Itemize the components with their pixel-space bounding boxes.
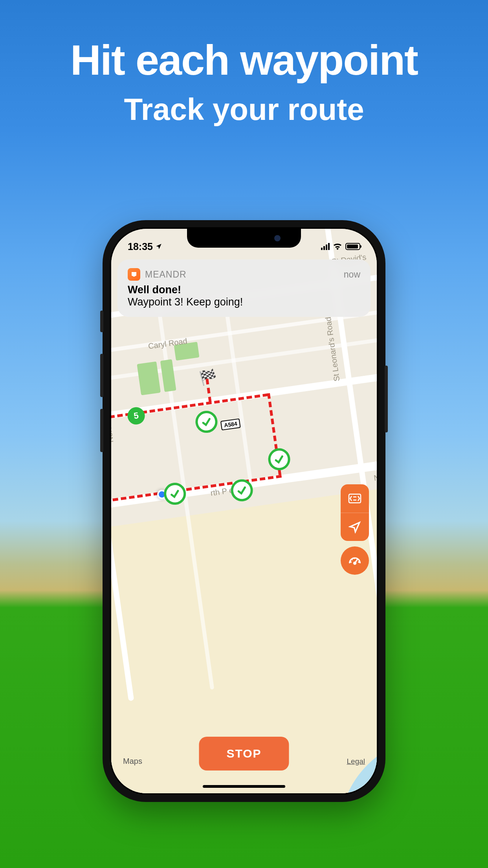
phone-power-button: [385, 366, 388, 432]
marketing-title: Hit each waypoint: [0, 35, 488, 85]
speedometer-button[interactable]: [341, 546, 369, 575]
marketing-subtitle: Track your route: [0, 92, 488, 127]
svg-line-4: [352, 559, 353, 560]
svg-line-3: [350, 562, 351, 562]
phone-mute-switch: [100, 311, 103, 332]
legal-link[interactable]: Legal: [347, 757, 365, 766]
app-icon: [128, 268, 140, 281]
finish-flag-icon: 🏁: [198, 368, 218, 387]
wifi-icon: [333, 241, 342, 252]
waypoint-done[interactable]: [194, 409, 219, 434]
notification-banner[interactable]: MEANDR now Well done! Waypoint 3! Keep g…: [117, 259, 371, 317]
road-shield: A584: [220, 418, 241, 430]
street-label: North: [373, 471, 377, 483]
battery-icon: [345, 243, 360, 250]
map-attribution: Maps: [123, 757, 142, 766]
status-time: 18:35: [128, 241, 153, 252]
notification-body: Waypoint 3! Keep going!: [128, 296, 360, 308]
marketing-copy: Hit each waypoint Track your route: [0, 35, 488, 127]
notification-title: Well done!: [128, 284, 360, 296]
phone-device-frame: Lime Grove Caryl Road Norwood Road St Le…: [103, 220, 385, 802]
map-park-area: [137, 361, 161, 395]
svg-line-6: [358, 562, 359, 562]
stop-button[interactable]: STOP: [199, 737, 289, 771]
map-park-area: [160, 359, 176, 392]
home-indicator[interactable]: [203, 785, 285, 788]
notification-timestamp: now: [344, 269, 360, 280]
phone-notch: [187, 229, 301, 248]
map-controls: [341, 484, 369, 575]
phone-volume-up: [100, 354, 103, 397]
location-icon: [155, 241, 162, 252]
map-style-button[interactable]: [341, 484, 369, 513]
svg-line-5: [354, 558, 354, 559]
phone-screen: Lime Grove Caryl Road Norwood Road St Le…: [111, 229, 377, 793]
cell-signal-icon: [321, 243, 330, 250]
waypoint-done[interactable]: [267, 447, 292, 472]
notification-app-name: MEANDR: [145, 269, 187, 280]
recenter-button[interactable]: [341, 513, 369, 541]
phone-volume-down: [100, 409, 103, 452]
